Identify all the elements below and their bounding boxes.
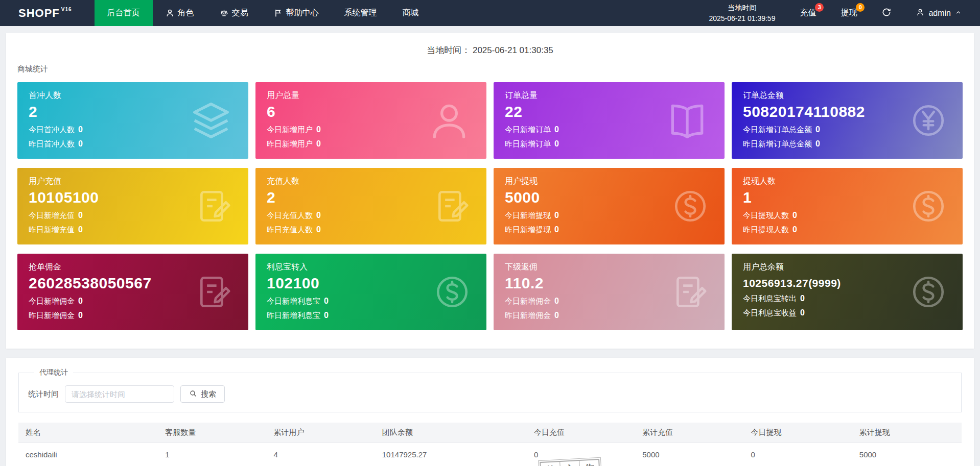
agent-stats-panel: 代理统计 统计时间 搜索 姓名 客服数量 累计用户 团队余额 今日充值 [6,358,974,466]
user-icon [427,99,471,142]
card-line-label: 今日新增订单总金额 [743,125,812,135]
card-line-label: 昨日新增佣金 [505,311,551,321]
card-line-value: 0 [554,125,559,134]
card-line-value: 0 [554,311,559,320]
user-icon [166,9,174,17]
recharge-label: 充值 [800,8,816,18]
nav-item-label: 帮助中心 [286,8,319,18]
nav-item-mall[interactable]: 商城 [390,0,432,26]
card-line-value: 0 [316,139,321,149]
card-line-label: 昨日新增充值 [29,225,75,235]
card-title: 用户充值 [29,176,237,187]
dollar-circle-icon [671,187,709,225]
card-line-label: 昨日充值人数 [267,225,313,235]
card-line-value: 0 [324,297,329,306]
card-line-label: 今日新增用户 [267,125,313,135]
nav-item-help-center[interactable]: 帮助中心 [261,0,332,26]
stats-time-input[interactable] [65,385,174,403]
cell-total-withdraw: 5000 [852,443,962,466]
page-local-time: 当地时间： 2025-06-21 01:30:35 [6,33,974,56]
card-line-value: 0 [78,297,83,306]
search-button[interactable]: 搜索 [180,385,225,403]
card-line-value: 0 [78,139,83,149]
search-icon [189,389,197,399]
nav-item-label: 角色 [178,8,194,18]
card-line-label: 今日新增佣金 [505,297,551,306]
nav-item-system[interactable]: 系统管理 [332,0,390,26]
withdraw-button[interactable]: 提现 0 [828,0,869,26]
card-title: 下级返佣 [505,262,713,273]
admin-username: admin [928,9,951,18]
yen-circle-icon [909,102,947,139]
stats-grid: 首冲人数 2 今日首冲人数0 昨日首冲人数0 用户总量 6 今日新增用户0 昨日… [6,80,974,342]
stat-card-total-users: 用户总量 6 今日新增用户0 昨日新增用户0 [255,82,486,159]
nav-item-label: 交易 [232,8,248,18]
card-title: 用户提现 [505,176,713,187]
card-line-label: 昨日新增提现 [505,225,551,235]
nav-item-trade[interactable]: 交易 [207,0,261,26]
card-line-value: 0 [78,211,83,220]
agent-stats-legend: 代理统计 [34,368,73,377]
card-line-value: 0 [316,211,321,220]
stat-card-interest-deposit: 利息宝转入 102100 今日新增利息宝0 昨日新增利息宝0 [255,254,486,330]
stat-card-user-total-balance: 用户总余额 10256913.27(9999) 今日利息宝转出0 今日利息宝收益… [732,254,963,330]
edit-document-icon [195,273,233,311]
scales-icon [220,9,228,17]
edit-document-icon [671,273,709,311]
logo-text: SHOPF [18,7,60,20]
card-line-label: 今日新增提现 [505,211,551,220]
agent-table: 姓名 客服数量 累计用户 团队余额 今日充值 累计充值 今日提现 累计提现 ce… [18,423,962,466]
refresh-icon [881,7,892,19]
layers-icon [189,99,233,142]
local-time-value: 2025-06-21 01:39:59 [709,13,775,24]
stat-card-withdraw-users: 提现人数 1 今日提现人数0 昨日提现人数0 [732,168,963,244]
flag-icon [274,9,283,17]
column-header: 姓名 [18,423,158,443]
cell-total-recharge: 5000 [635,443,743,466]
card-title: 充值人数 [267,176,475,187]
dollar-circle-icon [433,273,471,311]
top-navbar: SHOPF V16 后台首页 角色 交易 帮助中心 系统管理 商城 当地时间 2… [0,0,980,26]
recharge-button[interactable]: 充值 3 [787,0,828,26]
column-header: 累计充值 [635,423,743,443]
nav-item-dashboard[interactable]: 后台首页 [95,0,153,26]
column-header: 今日提现 [744,423,852,443]
card-title: 利息宝转入 [267,262,475,273]
search-button-label: 搜索 [201,389,216,399]
table-header-row: 姓名 客服数量 累计用户 团队余额 今日充值 累计充值 今日提现 累计提现 [18,423,962,443]
cell-service-count: 1 [158,443,266,466]
stat-card-recharge-users: 充值人数 2 今日充值人数0 昨日充值人数0 [255,168,486,244]
book-icon [665,99,709,142]
card-line-value: 0 [324,311,329,320]
card-line-label: 昨日新增用户 [267,139,313,149]
admin-dropdown[interactable]: admin [904,0,980,26]
card-line-value: 0 [800,308,805,317]
nav-item-label: 商城 [403,8,419,18]
local-time-block: 当地时间 2025-06-21 01:39:59 [696,0,787,26]
refresh-button[interactable] [869,0,904,26]
column-header: 今日充值 [527,423,635,443]
agent-stats-fieldset: 代理统计 统计时间 搜索 [18,368,962,412]
cell-total-users: 4 [266,443,375,466]
card-line-value: 0 [792,211,797,220]
page-time-value: 2025-06-21 01:30:35 [473,45,553,55]
agent-filter-row: 统计时间 搜索 [28,385,952,403]
stat-card-first-charge-users: 首冲人数 2 今日首冲人数0 昨日首冲人数0 [17,82,248,159]
table-row: ceshidaili 1 4 10147925.27 0 5000 0 5000 [18,443,962,466]
card-title: 订单总金额 [743,90,951,101]
column-header: 团队余额 [375,423,527,443]
card-line-label: 今日提现人数 [743,211,789,220]
card-line-label: 昨日新增利息宝 [267,311,320,321]
card-line-value: 0 [800,294,805,303]
card-line-label: 今日充值人数 [267,211,313,220]
card-line-value: 0 [815,139,820,149]
card-line-value: 0 [78,125,83,134]
card-line-label: 今日新增佣金 [29,297,75,306]
nav-item-roles[interactable]: 角色 [153,0,207,26]
nav-item-label: 后台首页 [107,8,140,18]
cell-today-recharge: 0 [527,443,635,466]
cell-name: ceshidaili [18,443,158,466]
navbar-right: 当地时间 2025-06-21 01:39:59 充值 3 提现 0 admin [696,0,980,26]
card-title: 提现人数 [743,176,951,187]
card-line-value: 0 [792,225,797,234]
